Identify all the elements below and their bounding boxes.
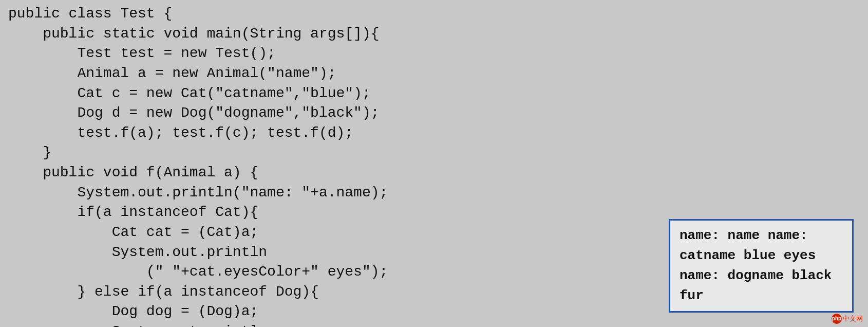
code-container: public class Test { public static void m… <box>0 0 868 327</box>
watermark-text: 中文网 <box>843 314 863 323</box>
output-box: name: name name: catname blue eyes name:… <box>669 219 854 313</box>
watermark: php 中文网 <box>832 314 863 324</box>
watermark-icon: php <box>832 314 842 324</box>
